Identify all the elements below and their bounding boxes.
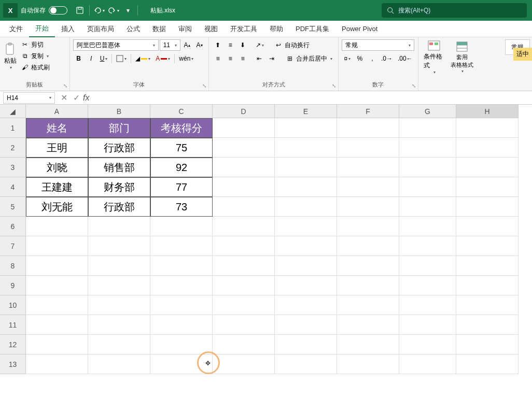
tab-page-layout[interactable]: 页面布局 — [81, 21, 120, 37]
cell-D8[interactable] — [213, 256, 275, 276]
cell-A7[interactable] — [26, 236, 88, 256]
increase-font-icon[interactable]: A▴ — [181, 39, 193, 51]
chevron-down-icon[interactable]: ▾ — [10, 65, 12, 70]
cell-A11[interactable] — [26, 315, 88, 335]
cell-F3[interactable] — [337, 158, 399, 177]
bold-button[interactable]: B — [73, 53, 85, 64]
col-header-G[interactable]: G — [399, 105, 456, 118]
cell-B13[interactable] — [88, 354, 150, 374]
row-header-9[interactable]: 9 — [0, 276, 26, 295]
tab-power-pivot[interactable]: Power Pivot — [335, 21, 384, 37]
cell-B2[interactable]: 行政部 — [88, 138, 150, 158]
row-header-13[interactable]: 13 — [0, 354, 26, 374]
cell-C9[interactable] — [150, 276, 213, 295]
cell-A3[interactable]: 刘晓 — [26, 158, 88, 177]
cell-G10[interactable] — [399, 295, 456, 315]
row-header-5[interactable]: 5 — [0, 197, 26, 217]
italic-button[interactable]: I — [86, 53, 97, 64]
cell-G2[interactable] — [399, 138, 456, 158]
cell-F4[interactable] — [337, 177, 399, 197]
cell-G11[interactable] — [399, 315, 456, 335]
col-header-E[interactable]: E — [275, 105, 337, 118]
paste-icon[interactable] — [3, 42, 18, 56]
cell-E9[interactable] — [275, 276, 337, 295]
decrease-indent-icon[interactable]: ⇤ — [254, 53, 265, 64]
name-box[interactable]: H14▾ — [3, 92, 55, 104]
dialog-launcher-icon[interactable]: ⤡ — [63, 83, 67, 89]
font-size-select[interactable]: 11▾ — [160, 39, 180, 51]
cell-G8[interactable] — [399, 256, 456, 276]
cell-G7[interactable] — [399, 236, 456, 256]
cell-B12[interactable] — [88, 335, 150, 354]
decrease-decimal-icon[interactable]: .00← — [396, 53, 415, 64]
currency-button[interactable]: ¤▾ — [342, 53, 353, 64]
row-header-12[interactable]: 12 — [0, 335, 26, 354]
format-painter-button[interactable]: 🖌 格式刷 — [19, 62, 52, 73]
undo-icon[interactable]: ▾ — [92, 3, 106, 18]
col-header-B[interactable]: B — [88, 105, 150, 118]
cell-D5[interactable] — [213, 197, 275, 217]
cell-G13[interactable] — [399, 354, 456, 374]
cell-E3[interactable] — [275, 158, 337, 177]
cell-D1[interactable] — [213, 118, 275, 138]
copy-button[interactable]: ⧉ 复制▾ — [19, 51, 52, 61]
cell-E10[interactable] — [275, 295, 337, 315]
cell-F5[interactable] — [337, 197, 399, 217]
cell-C13[interactable] — [150, 354, 213, 374]
row-header-10[interactable]: 10 — [0, 295, 26, 315]
cut-button[interactable]: ✂ 剪切 — [19, 39, 52, 50]
col-header-F[interactable]: F — [337, 105, 399, 118]
align-middle-icon[interactable]: ≡ — [225, 39, 236, 51]
cell-H5[interactable] — [456, 197, 519, 217]
cell-B10[interactable] — [88, 295, 150, 315]
dialog-launcher-icon[interactable]: ⤡ — [332, 83, 336, 89]
cell-D2[interactable] — [213, 138, 275, 158]
cell-F11[interactable] — [337, 315, 399, 335]
redo-icon[interactable]: ▾ — [106, 3, 121, 18]
cell-F13[interactable] — [337, 354, 399, 374]
font-color-button[interactable]: A▾ — [153, 53, 172, 64]
cell-C6[interactable] — [150, 217, 213, 236]
cell-H13[interactable] — [456, 354, 519, 374]
cell-F1[interactable] — [337, 118, 399, 138]
cell-H4[interactable] — [456, 177, 519, 197]
underline-button[interactable]: U▾ — [98, 53, 110, 64]
cell-D6[interactable] — [213, 217, 275, 236]
tab-help[interactable]: 帮助 — [263, 21, 289, 37]
cell-C2[interactable]: 75 — [150, 138, 213, 158]
cell-C4[interactable]: 77 — [150, 177, 213, 197]
cell-C10[interactable] — [150, 295, 213, 315]
cell-A12[interactable] — [26, 335, 88, 354]
font-name-select[interactable]: 阿里巴巴普惠体▾ — [73, 39, 159, 51]
cell-E2[interactable] — [275, 138, 337, 158]
tab-developer[interactable]: 开发工具 — [224, 21, 263, 37]
cell-B8[interactable] — [88, 256, 150, 276]
cell-D7[interactable] — [213, 236, 275, 256]
row-header-6[interactable]: 6 — [0, 217, 26, 236]
cell-E11[interactable] — [275, 315, 337, 335]
tab-formulas[interactable]: 公式 — [120, 21, 146, 37]
cell-E8[interactable] — [275, 256, 337, 276]
increase-decimal-icon[interactable]: .0→ — [379, 53, 395, 64]
row-header-3[interactable]: 3 — [0, 158, 26, 177]
cell-A4[interactable]: 王建建 — [26, 177, 88, 197]
cell-F2[interactable] — [337, 138, 399, 158]
tab-review[interactable]: 审阅 — [172, 21, 198, 37]
decrease-font-icon[interactable]: A▾ — [194, 39, 205, 51]
align-center-icon[interactable]: ≡ — [225, 53, 236, 64]
tab-home[interactable]: 开始 — [29, 21, 55, 37]
phonetic-button[interactable]: wén▾ — [177, 53, 195, 64]
cell-C11[interactable] — [150, 315, 213, 335]
cell-E7[interactable] — [275, 236, 337, 256]
format-as-table-button[interactable]: 套用 表格格式▾ — [450, 39, 474, 74]
search-box[interactable]: 搜索(Alt+Q) — [382, 3, 527, 18]
align-bottom-icon[interactable]: ⬇ — [237, 39, 248, 51]
cell-B1[interactable]: 部门 — [88, 118, 150, 138]
cell-F7[interactable] — [337, 236, 399, 256]
cell-C5[interactable]: 73 — [150, 197, 213, 217]
cell-H9[interactable] — [456, 276, 519, 295]
cell-G5[interactable] — [399, 197, 456, 217]
align-top-icon[interactable]: ⬆ — [212, 39, 223, 51]
col-header-D[interactable]: D — [213, 105, 275, 118]
cell-H7[interactable] — [456, 236, 519, 256]
